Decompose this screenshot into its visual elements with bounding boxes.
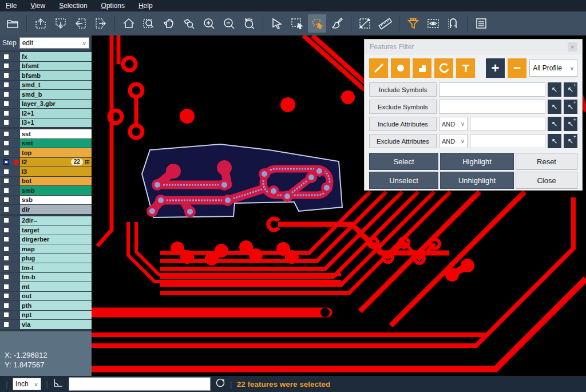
zoom-object-icon[interactable] bbox=[180, 14, 198, 33]
layer-name[interactable]: out bbox=[20, 292, 92, 301]
include-attributes-input[interactable] bbox=[470, 117, 545, 131]
zoom-in-icon[interactable] bbox=[200, 14, 218, 33]
layer-name[interactable]: plug bbox=[20, 254, 92, 263]
layer-visibility-checkbox[interactable] bbox=[0, 282, 13, 291]
layer-name[interactable]: layer_3.gbr bbox=[20, 100, 92, 109]
layer-name[interactable]: sst bbox=[20, 129, 92, 138]
layer-row[interactable]: sst bbox=[0, 129, 92, 138]
pan-down-icon[interactable] bbox=[52, 14, 70, 33]
layer-name[interactable]: tm-b bbox=[20, 273, 92, 282]
layer-visibility-checkbox[interactable] bbox=[0, 167, 13, 176]
layer-row-selected[interactable]: l2 22 ⊞ bbox=[0, 158, 92, 167]
layer-visibility-checkbox[interactable] bbox=[0, 186, 13, 195]
layer-visibility-checkbox[interactable] bbox=[0, 292, 13, 301]
text-icon[interactable] bbox=[456, 58, 475, 78]
layer-name[interactable]: fx bbox=[20, 52, 92, 61]
layer-row[interactable]: bfsmt bbox=[0, 62, 92, 71]
layer-visibility-checkbox[interactable] bbox=[0, 100, 13, 109]
layer-row[interactable]: 2dir-- bbox=[0, 216, 92, 225]
command-input[interactable] bbox=[69, 377, 211, 391]
layer-name[interactable]: l3+1 bbox=[20, 118, 92, 128]
layer-row[interactable]: smb bbox=[0, 186, 92, 195]
layer-name[interactable]: l2+1 bbox=[20, 109, 92, 118]
layer-name[interactable]: target bbox=[20, 225, 92, 235]
layer-name[interactable]: 2dir-- bbox=[20, 216, 92, 225]
layer-visibility-checkbox[interactable] bbox=[0, 263, 13, 272]
pan-hand-icon[interactable] bbox=[160, 14, 178, 33]
layer-visibility-checkbox[interactable] bbox=[0, 254, 13, 263]
close-button[interactable]: Close bbox=[516, 172, 577, 189]
layer-name[interactable]: bot bbox=[20, 177, 92, 186]
menu-view[interactable]: View bbox=[30, 2, 45, 10]
pan-up-icon[interactable] bbox=[31, 14, 50, 33]
pick-add-from-screen-button[interactable]: ↖+ bbox=[564, 117, 577, 131]
layer-row[interactable]: smt bbox=[0, 139, 92, 148]
layer-name[interactable]: smt bbox=[20, 139, 92, 148]
layer-name[interactable]: map bbox=[20, 244, 92, 254]
layer-row[interactable]: l3 bbox=[0, 167, 92, 176]
polygon-select-icon[interactable] bbox=[308, 14, 326, 33]
select-arrow-icon[interactable] bbox=[268, 14, 286, 33]
layer-visibility-checkbox[interactable] bbox=[0, 273, 13, 282]
menu-selection[interactable]: Selection bbox=[59, 2, 87, 10]
layer-name[interactable]: bfsmt bbox=[20, 62, 92, 71]
exclude-symbols-input[interactable] bbox=[439, 100, 545, 114]
layer-name[interactable]: npt bbox=[20, 311, 92, 320]
layer-row[interactable]: top bbox=[0, 148, 92, 157]
measure-icon[interactable] bbox=[356, 14, 374, 33]
layer-row[interactable]: ssb bbox=[0, 196, 92, 205]
unselect-button[interactable]: Unselect bbox=[369, 172, 438, 189]
zoom-out-icon[interactable] bbox=[220, 14, 238, 33]
pan-left-icon[interactable] bbox=[72, 14, 90, 33]
view-eye-icon[interactable] bbox=[424, 14, 442, 33]
open-folder-icon[interactable] bbox=[3, 14, 22, 33]
layer-row[interactable]: mt bbox=[0, 282, 92, 291]
layer-visibility-checkbox[interactable] bbox=[0, 244, 13, 254]
pad-icon[interactable] bbox=[391, 58, 410, 78]
layer-name[interactable]: bfsmb bbox=[20, 71, 92, 80]
home-icon[interactable] bbox=[120, 14, 138, 33]
layer-visibility-checkbox[interactable] bbox=[0, 148, 13, 157]
refresh-icon[interactable] bbox=[215, 378, 225, 390]
pick-from-screen-button[interactable]: ↖ bbox=[548, 117, 561, 131]
layer-row[interactable]: map bbox=[0, 244, 92, 254]
layer-visibility-checkbox[interactable] bbox=[0, 118, 13, 128]
layer-visibility-checkbox[interactable] bbox=[0, 216, 13, 225]
layer-row[interactable]: smd_t bbox=[0, 81, 92, 90]
add-filter-button[interactable]: + bbox=[486, 58, 505, 78]
highlight-button[interactable]: Highlight bbox=[440, 153, 514, 170]
layer-name[interactable]: via bbox=[20, 320, 92, 329]
line-icon[interactable] bbox=[369, 58, 388, 78]
grid-icon[interactable]: ⊞ bbox=[85, 159, 90, 166]
layer-name[interactable]: dir bbox=[20, 205, 92, 214]
layer-row[interactable]: layer_3.gbr bbox=[0, 100, 92, 109]
include-symbols-input[interactable] bbox=[439, 82, 545, 97]
layer-visibility-checkbox[interactable] bbox=[0, 225, 13, 235]
layer-row[interactable]: pth bbox=[0, 301, 92, 310]
zoom-window-icon[interactable] bbox=[140, 14, 158, 33]
layer-name[interactable]: dirgerber bbox=[20, 235, 92, 244]
layer-row[interactable]: target bbox=[0, 225, 92, 235]
layer-name[interactable]: l2 22 ⊞ bbox=[20, 158, 92, 167]
layer-visibility-checkbox[interactable] bbox=[0, 196, 13, 205]
layer-visibility-checkbox[interactable] bbox=[0, 90, 13, 99]
exclude-attributes-button[interactable]: Exclude Attributes bbox=[369, 134, 437, 148]
layer-visibility-checkbox[interactable] bbox=[0, 129, 13, 138]
layer-visibility-checkbox[interactable] bbox=[0, 205, 13, 214]
select-button[interactable]: Select bbox=[369, 153, 438, 170]
include-attributes-and-select[interactable]: AND∨ bbox=[439, 117, 468, 131]
pick-add-from-screen-button[interactable]: ↖+ bbox=[564, 100, 577, 114]
brush-icon[interactable] bbox=[328, 14, 346, 33]
exclude-symbols-button[interactable]: Exclude Symbols bbox=[369, 100, 437, 114]
zoom-previous-icon[interactable] bbox=[240, 14, 258, 33]
layer-name[interactable]: top bbox=[20, 148, 92, 157]
layer-name[interactable]: smb bbox=[20, 186, 92, 195]
layer-visibility-checkbox[interactable] bbox=[0, 177, 13, 186]
layer-visibility-checkbox[interactable] bbox=[0, 311, 13, 320]
units-select[interactable]: Inch ∨ bbox=[13, 378, 41, 390]
rect-select-icon[interactable] bbox=[288, 14, 306, 33]
layer-row[interactable]: tm-t bbox=[0, 263, 92, 272]
pick-from-screen-button[interactable]: ↖ bbox=[548, 134, 561, 148]
layer-name[interactable]: pth bbox=[20, 301, 92, 310]
layer-row[interactable]: bot bbox=[0, 177, 92, 186]
